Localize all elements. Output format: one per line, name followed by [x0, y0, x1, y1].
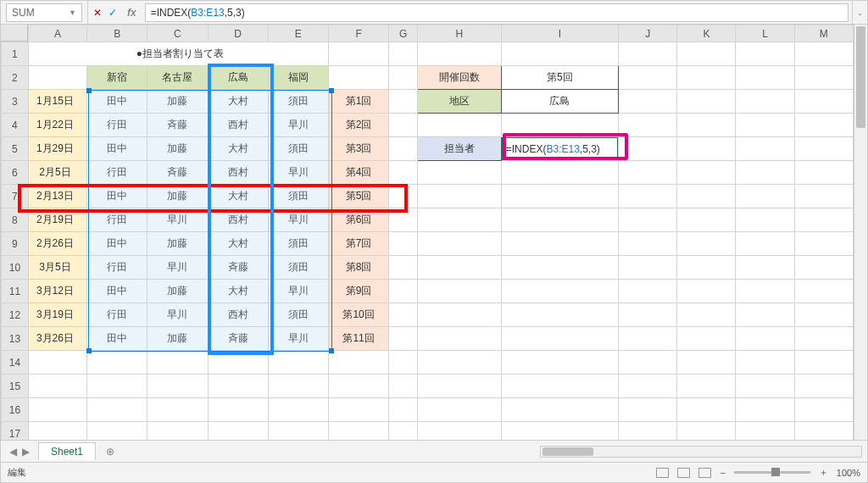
area-header: 新宿 [87, 66, 147, 90]
round-cell: 第1回 [328, 90, 388, 114]
data-cell: 行田 [87, 303, 147, 327]
date-cell: 2月13日 [28, 185, 86, 208]
data-cell: 田中 [87, 232, 147, 256]
row-header[interactable]: 13 [2, 327, 29, 351]
row-header[interactable]: 3 [2, 90, 29, 114]
col-header[interactable]: I [501, 25, 618, 42]
area-header: 広島 [208, 66, 268, 90]
col-header[interactable]: H [417, 25, 501, 42]
scroll-thumb[interactable] [542, 447, 593, 456]
data-cell: 加藤 [147, 232, 208, 256]
data-cell: 斉藤 [147, 114, 208, 137]
horizontal-scrollbar[interactable] [540, 446, 862, 458]
data-cell: 田中 [87, 185, 147, 208]
row-header[interactable]: 1 [2, 42, 29, 66]
date-cell: 1月29日 [28, 137, 86, 161]
data-cell: 田中 [87, 280, 147, 303]
side-label: 地区 [417, 90, 501, 114]
data-cell: 須田 [268, 90, 328, 114]
chevron-down-icon[interactable]: ▼ [69, 8, 76, 17]
side-label: 開催回数 [417, 66, 501, 90]
zoom-out-icon[interactable]: − [720, 468, 725, 478]
date-cell: 1月22日 [28, 114, 86, 137]
row-header[interactable]: 14 [2, 351, 29, 375]
col-header[interactable]: L [736, 25, 794, 42]
data-cell: 西村 [208, 161, 268, 185]
date-cell: 3月5日 [28, 256, 86, 280]
formula-text-ref: B3:E13 [191, 7, 224, 19]
add-sheet-icon[interactable]: ⊕ [101, 446, 120, 458]
grid[interactable]: A B C D E F G H I J K L M 1 ●担当者割り当て表 [1, 25, 854, 440]
col-header[interactable]: E [268, 25, 328, 42]
data-cell: 須田 [268, 256, 328, 280]
zoom-in-icon[interactable]: ＋ [819, 466, 828, 479]
confirm-icon[interactable]: ✓ [108, 7, 117, 19]
sheet-tab-bar: ◀ ▶ Sheet1 ⊕ [1, 440, 867, 462]
data-cell: 大村 [208, 137, 268, 161]
sheet-tab[interactable]: Sheet1 [38, 442, 96, 460]
col-header[interactable]: A [28, 25, 86, 42]
col-header[interactable]: J [619, 25, 677, 42]
row-header[interactable]: 9 [2, 232, 29, 256]
data-cell: 加藤 [147, 90, 208, 114]
view-normal-icon[interactable] [656, 468, 669, 478]
side-label: 担当者 [417, 137, 501, 161]
tab-prev-icon[interactable]: ◀ [9, 446, 17, 458]
round-cell: 第2回 [328, 114, 388, 137]
col-header[interactable]: G [389, 25, 418, 42]
col-header[interactable]: D [208, 25, 268, 42]
row-header[interactable]: 16 [2, 398, 29, 422]
formula-input[interactable]: =INDEX(B3:E13,5,3) [145, 3, 849, 22]
col-header[interactable]: B [87, 25, 147, 42]
col-header[interactable]: K [677, 25, 736, 42]
date-cell: 2月5日 [28, 161, 86, 185]
date-cell: 3月12日 [28, 280, 86, 303]
active-cell[interactable]: =INDEX(B3:E13,5,3) [502, 137, 618, 160]
zoom-slider[interactable] [734, 471, 810, 474]
select-all-corner[interactable] [1, 25, 28, 42]
date-cell: 1月15日 [28, 90, 86, 114]
round-cell: 第11回 [328, 327, 388, 351]
cell-formula-ref: B3:E13 [546, 143, 579, 155]
col-header[interactable]: C [147, 25, 208, 42]
row-header[interactable]: 17 [2, 422, 29, 441]
row-header[interactable]: 10 [2, 256, 29, 280]
col-header[interactable]: F [328, 25, 388, 42]
row-header[interactable]: 4 [2, 114, 29, 137]
row-header[interactable]: 11 [2, 280, 29, 303]
row-header[interactable]: 12 [2, 303, 29, 327]
sheet-area: A B C D E F G H I J K L M 1 ●担当者割り当て表 [1, 25, 867, 440]
row-header[interactable]: 6 [2, 161, 29, 185]
data-cell: 大村 [208, 280, 268, 303]
name-box-value: SUM [12, 7, 35, 19]
round-cell: 第6回 [328, 208, 388, 232]
view-pagebreak-icon[interactable] [698, 468, 711, 478]
vertical-scrollbar[interactable] [854, 25, 867, 440]
row-header[interactable]: 5 [2, 137, 29, 161]
name-box[interactable]: SUM ▼ [6, 3, 82, 22]
data-cell: 須田 [268, 232, 328, 256]
col-header[interactable]: M [794, 25, 853, 42]
expand-formula-icon[interactable]: ⌄ [852, 1, 867, 24]
row-header[interactable]: 7 [2, 185, 29, 208]
data-cell: 早川 [268, 114, 328, 137]
data-cell: 早川 [147, 208, 208, 232]
zoom-value[interactable]: 100% [837, 468, 860, 478]
row-header[interactable]: 15 [2, 375, 29, 398]
tab-nav: ◀ ▶ [1, 446, 38, 458]
area-header: 名古屋 [147, 66, 208, 90]
formula-bar: SUM ▼ ✕ ✓ fx =INDEX(B3:E13,5,3) ⌄ [1, 1, 867, 25]
scroll-thumb[interactable] [856, 26, 865, 128]
row-header[interactable]: 8 [2, 208, 29, 232]
cancel-icon[interactable]: ✕ [93, 7, 102, 19]
round-cell: 第4回 [328, 161, 388, 185]
data-cell: 西村 [208, 114, 268, 137]
zoom-knob[interactable] [771, 468, 780, 476]
spreadsheet-table: A B C D E F G H I J K L M 1 ●担当者割り当て表 [1, 25, 854, 440]
date-cell: 2月19日 [28, 208, 86, 232]
row-header[interactable]: 2 [2, 66, 29, 90]
tab-next-icon[interactable]: ▶ [22, 446, 30, 458]
fx-icon[interactable]: fx [124, 7, 140, 19]
data-cell: 加藤 [147, 327, 208, 351]
view-pagelayout-icon[interactable] [677, 468, 690, 478]
